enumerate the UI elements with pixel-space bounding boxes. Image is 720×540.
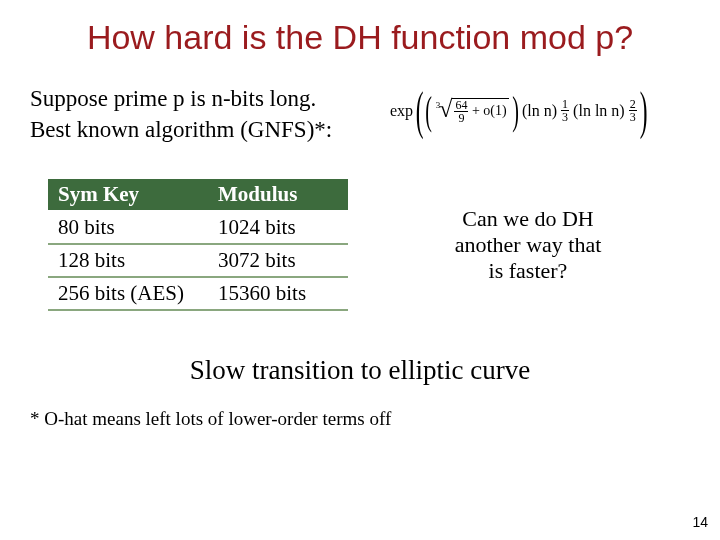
o1-term: + o(1) xyxy=(468,102,506,117)
cell-modulus: 3072 bits xyxy=(208,244,348,277)
cell-modulus: 1024 bits xyxy=(208,211,348,244)
cell-symkey: 80 bits xyxy=(48,211,208,244)
table-row: 256 bits (AES) 15360 bits xyxy=(48,277,348,310)
cell-modulus: 15360 bits xyxy=(208,277,348,310)
outer-paren-left: ( xyxy=(416,95,424,126)
inner-paren-right: ) xyxy=(512,99,519,123)
outer-paren-right: ) xyxy=(639,95,647,126)
key-modulus-table: Sym Key Modulus 80 bits 1024 bits 128 bi… xyxy=(48,179,348,311)
lnln-n: (ln ln n) xyxy=(573,102,625,120)
table-row: 80 bits 1024 bits xyxy=(48,211,348,244)
inner-paren-left: ( xyxy=(426,99,433,123)
cell-symkey: 256 bits (AES) xyxy=(48,277,208,310)
radical-symbol: √ xyxy=(439,96,452,123)
cube-root: 3 √ 64 9 + o(1) xyxy=(436,97,509,124)
col-symkey: Sym Key xyxy=(48,179,208,211)
frac-64-9: 64 9 xyxy=(454,99,468,124)
intro-line-1: Suppose prime p is n-bits long. xyxy=(30,86,316,111)
radicand: 64 9 + o(1) xyxy=(452,98,508,124)
page-number: 14 xyxy=(692,514,708,530)
intro-line-2: Best known algorithm (GNFS)*: xyxy=(30,117,332,142)
ln-n: (ln n) xyxy=(522,102,557,120)
exp-1-3: 13 xyxy=(561,98,569,123)
mid-row: Sym Key Modulus 80 bits 1024 bits 128 bi… xyxy=(0,145,720,311)
exp2-den: 3 xyxy=(629,111,637,123)
exp1-den: 3 xyxy=(561,111,569,123)
slide-title: How hard is the DH function mod p? xyxy=(0,0,720,65)
frac-num: 64 xyxy=(454,99,468,112)
table-header-row: Sym Key Modulus xyxy=(48,179,348,211)
cell-symkey: 128 bits xyxy=(48,244,208,277)
complexity-formula: exp ( ( 3 √ 64 9 + o(1) ) (ln n)13 (ln l… xyxy=(390,95,646,126)
transition-line: Slow transition to elliptic curve xyxy=(0,311,720,386)
col-modulus: Modulus xyxy=(208,179,348,211)
aside-line-1: Can we do DH xyxy=(462,206,593,231)
aside-question: Can we do DH another way that is faster? xyxy=(378,206,690,284)
table-row: 128 bits 3072 bits xyxy=(48,244,348,277)
exp-2-3: 23 xyxy=(629,98,637,123)
footnote: * O-hat means left lots of lower-order t… xyxy=(0,386,720,430)
aside-line-3: is faster? xyxy=(489,258,568,283)
frac-den: 9 xyxy=(457,112,465,124)
aside-line-2: another way that xyxy=(455,232,602,257)
exp-label: exp xyxy=(390,102,413,120)
